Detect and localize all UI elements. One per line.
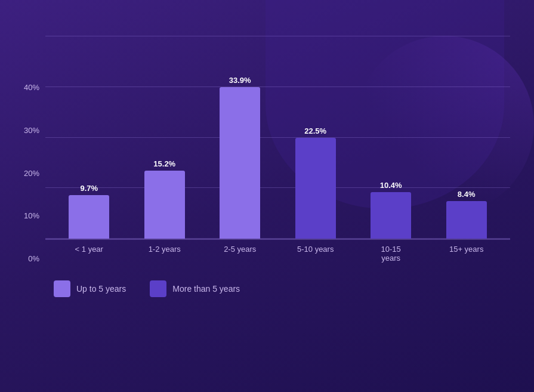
bar-rect xyxy=(295,138,336,239)
y-axis-label: 0% xyxy=(28,255,39,263)
x-axis-label: 15+ years xyxy=(446,245,487,263)
bar-rect xyxy=(69,195,109,239)
grid-and-bars: 9.7%15.2%33.9%22.5%10.4%8.4% xyxy=(45,36,510,239)
legend-label: More than 5 years xyxy=(172,284,240,294)
bar-group: 33.9% xyxy=(220,36,260,239)
x-axis-label: 2-5 years xyxy=(220,245,260,263)
bar-group: 10.4% xyxy=(371,36,411,239)
bar-group: 9.7% xyxy=(69,36,109,239)
bar-rect xyxy=(371,192,411,239)
legend-swatch xyxy=(54,280,70,297)
x-axis-label: 5-10 years xyxy=(295,245,336,263)
bar-value-label: 10.4% xyxy=(380,181,402,190)
bar-value-label: 33.9% xyxy=(229,76,251,85)
x-axis: < 1 year1-2 years2-5 years5-10 years10-1… xyxy=(45,245,510,263)
y-axis-label: 10% xyxy=(24,212,39,220)
x-axis-line xyxy=(45,239,510,240)
chart-area: 40%30%20%10%0% 9.7%15.2%33.9%22.5%10.4%8… xyxy=(24,36,510,263)
legend-item: Up to 5 years xyxy=(54,280,126,297)
bar-group: 8.4% xyxy=(446,36,487,239)
legend: Up to 5 yearsMore than 5 years xyxy=(24,280,510,297)
bar-group: 22.5% xyxy=(295,36,336,239)
legend-swatch xyxy=(150,280,166,297)
bar-value-label: 9.7% xyxy=(80,184,98,193)
chart-body: 9.7%15.2%33.9%22.5%10.4%8.4% < 1 year1-2… xyxy=(45,36,510,263)
y-axis-label: 40% xyxy=(24,84,39,91)
chart-card: 40%30%20%10%0% 9.7%15.2%33.9%22.5%10.4%8… xyxy=(0,0,534,392)
bar-rect xyxy=(220,87,260,239)
legend-item: More than 5 years xyxy=(150,280,240,297)
y-axis: 40%30%20%10%0% xyxy=(24,84,39,263)
bar-rect xyxy=(446,201,487,239)
legend-label: Up to 5 years xyxy=(76,284,126,294)
x-axis-label: < 1 year xyxy=(69,245,109,263)
bar-group: 15.2% xyxy=(144,36,185,239)
x-axis-label: 1-2 years xyxy=(144,245,185,263)
bars-row: 9.7%15.2%33.9%22.5%10.4%8.4% xyxy=(45,36,510,239)
y-axis-label: 20% xyxy=(24,169,39,177)
bar-rect xyxy=(144,171,185,239)
y-axis-label: 30% xyxy=(24,126,39,134)
x-axis-label: 10-15 years xyxy=(371,245,411,263)
bar-value-label: 22.5% xyxy=(304,126,326,135)
bar-value-label: 15.2% xyxy=(153,159,175,168)
bar-value-label: 8.4% xyxy=(458,190,476,199)
